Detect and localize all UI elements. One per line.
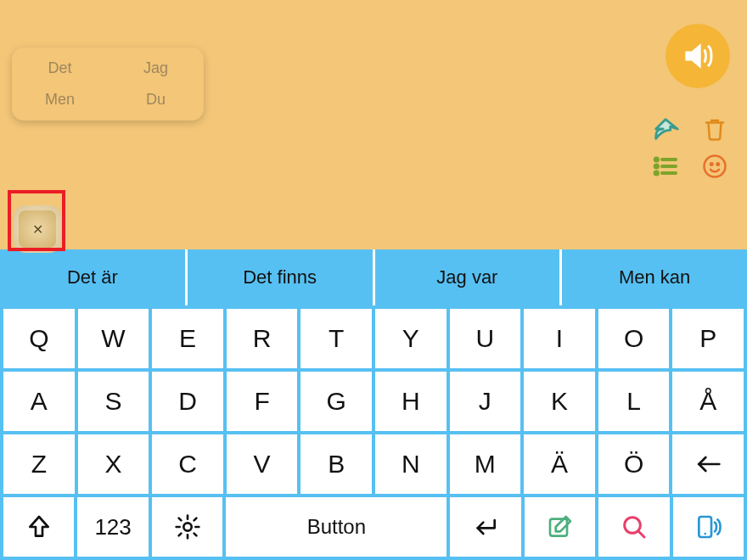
emoji-button[interactable] [698,149,732,183]
backspace-key[interactable] [672,434,744,494]
svg-point-10 [183,523,191,530]
key-j[interactable]: J [450,372,521,431]
key-v[interactable]: V [227,434,298,494]
list-icon [652,153,679,180]
keyboard: Q W E R T Y U I O P A S D F G H J K L Å … [0,305,747,560]
key-å[interactable]: Å [672,372,744,431]
phrase-suggestion[interactable]: Det är [0,249,188,305]
return-icon [472,513,499,540]
key-x[interactable]: X [78,434,149,494]
key-h[interactable]: H [375,372,447,431]
phrase-suggestion[interactable]: Men kan [562,249,747,305]
key-f[interactable]: F [227,372,298,431]
numbers-key[interactable]: 123 [77,497,148,557]
key-s[interactable]: S [78,372,149,431]
key-r[interactable]: R [227,309,298,368]
key-k[interactable]: K [524,372,595,431]
share-button[interactable] [649,112,682,146]
share-icon [651,115,680,143]
key-b[interactable]: B [300,434,372,494]
smiley-icon [702,154,727,179]
shift-key[interactable] [3,497,74,557]
key-q[interactable]: Q [3,309,75,368]
key-g[interactable]: G [300,372,372,431]
key-p[interactable]: P [672,309,744,368]
svg-point-6 [705,156,726,177]
keyboard-row-1: Q W E R T Y U I O P [3,309,744,368]
close-thumbnail-button[interactable]: ✕ [14,205,61,253]
trash-icon [702,116,727,142]
svg-point-0 [655,158,658,160]
search-icon [621,513,648,540]
settings-key[interactable] [152,497,222,557]
word-suggestions-card: Det Jag Men Du [12,48,204,120]
phone-sound-icon [694,513,722,540]
svg-point-7 [710,163,713,165]
suggestion-word[interactable]: Det [12,59,108,77]
key-n[interactable]: N [375,434,447,494]
delete-button[interactable] [698,112,732,146]
suggestion-word[interactable]: Jag [108,59,204,77]
svg-point-4 [655,171,658,174]
search-key[interactable] [598,497,669,557]
return-key[interactable] [450,497,520,557]
key-c[interactable]: C [152,434,223,494]
shift-icon [25,513,53,540]
suggestion-word[interactable]: Du [108,91,204,109]
composition-panel: Det Jag Men Du [0,0,747,249]
backspace-icon [694,451,722,478]
key-ä[interactable]: Ä [524,434,595,494]
keyboard-row-4: 123 Button [3,497,744,557]
toolbar [643,110,737,185]
svg-line-13 [638,531,644,537]
space-key[interactable]: Button [226,497,447,557]
device-speak-key[interactable] [673,497,744,557]
speaker-icon [679,37,716,75]
key-u[interactable]: U [450,309,521,368]
svg-point-2 [655,165,658,167]
key-w[interactable]: W [78,309,149,368]
key-e[interactable]: E [152,309,223,368]
key-o[interactable]: O [598,309,670,368]
close-icon: ✕ [32,221,43,238]
speak-button[interactable] [666,24,730,88]
svg-point-8 [717,163,720,165]
key-y[interactable]: Y [375,309,447,368]
key-t[interactable]: T [300,309,372,368]
phrase-prediction-bar: Det är Det finns Jag var Men kan [0,249,747,305]
key-i[interactable]: I [524,309,595,368]
key-z[interactable]: Z [3,434,75,494]
suggestion-word[interactable]: Men [12,91,108,109]
keyboard-row-2: A S D F G H J K L Å [3,372,744,431]
key-m[interactable]: M [450,434,521,494]
key-d[interactable]: D [152,372,223,431]
gear-icon [174,513,201,540]
compose-key[interactable] [525,497,595,557]
keyboard-row-3: Z X C V B N M Ä Ö [3,434,744,494]
key-a[interactable]: A [3,372,75,431]
key-ö[interactable]: Ö [598,434,670,494]
phrase-suggestion[interactable]: Jag var [375,249,563,305]
phrase-suggestion[interactable]: Det finns [188,249,375,305]
compose-icon [547,513,574,540]
list-button[interactable] [649,149,682,183]
key-l[interactable]: L [598,372,670,431]
